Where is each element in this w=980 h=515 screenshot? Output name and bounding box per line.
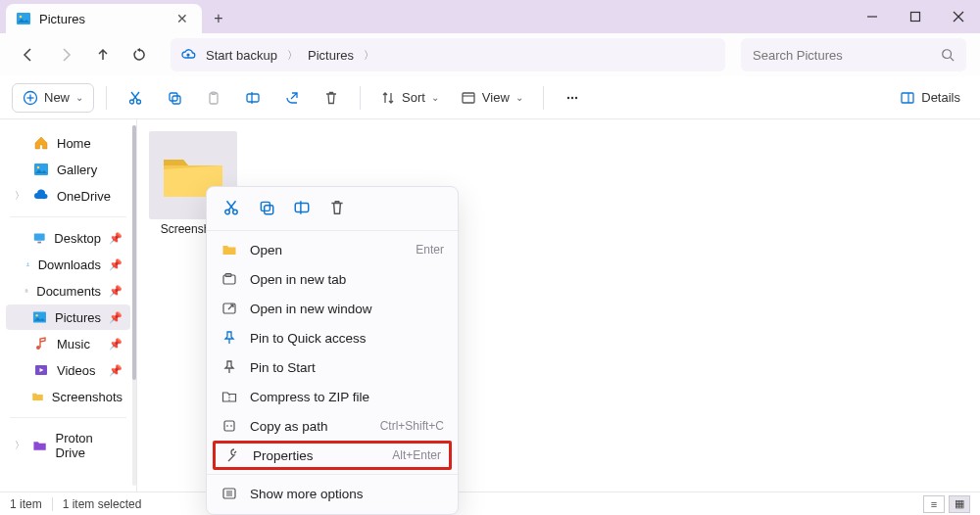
tab-pictures[interactable]: Pictures ✕ bbox=[6, 4, 202, 33]
ctx-open-new-tab[interactable]: Open in new tab bbox=[207, 264, 458, 294]
sidebar-item-screenshots[interactable]: Screenshots bbox=[6, 384, 130, 409]
up-button[interactable] bbox=[88, 40, 118, 70]
sidebar-scrollbar-thumb[interactable] bbox=[132, 125, 136, 380]
sort-label: Sort bbox=[402, 90, 425, 105]
chevron-down-icon: ⌄ bbox=[515, 92, 523, 103]
tabs: Pictures ✕ + bbox=[0, 0, 235, 33]
new-label: New bbox=[44, 90, 70, 105]
tab-close-icon[interactable]: ✕ bbox=[172, 9, 192, 28]
svg-point-30 bbox=[37, 166, 40, 169]
properties-icon bbox=[223, 447, 241, 463]
ctx-label: Properties bbox=[253, 448, 314, 463]
svg-point-6 bbox=[943, 50, 952, 59]
context-separator bbox=[207, 230, 458, 231]
delete-button[interactable] bbox=[315, 83, 348, 113]
ctx-pin-start[interactable]: Pin to Start bbox=[207, 352, 458, 382]
divider bbox=[106, 86, 107, 110]
pictures-icon bbox=[32, 309, 47, 325]
new-tab-button[interactable]: + bbox=[202, 4, 235, 33]
sidebar-item-music[interactable]: Music 📌 bbox=[6, 331, 130, 356]
context-separator bbox=[207, 474, 458, 475]
sidebar-item-gallery[interactable]: Gallery bbox=[6, 157, 130, 182]
backup-label[interactable]: Start backup bbox=[206, 48, 277, 63]
ctx-rename-button[interactable] bbox=[291, 197, 313, 218]
open-folder-icon bbox=[220, 242, 238, 258]
search-input[interactable]: Search Pictures bbox=[741, 38, 966, 71]
svg-point-1 bbox=[20, 16, 23, 19]
sidebar-item-desktop[interactable]: Desktop 📌 bbox=[6, 225, 130, 251]
breadcrumb-pictures[interactable]: Pictures bbox=[308, 48, 354, 63]
ctx-compress-zip[interactable]: Compress to ZIP file bbox=[207, 382, 458, 411]
more-button[interactable] bbox=[556, 83, 589, 113]
svg-rect-19 bbox=[247, 94, 259, 102]
sidebar-item-proton[interactable]: 〉 Proton Drive bbox=[6, 426, 130, 465]
ctx-open[interactable]: Open Enter bbox=[207, 235, 458, 264]
sidebar-item-onedrive[interactable]: 〉 OneDrive bbox=[6, 183, 130, 209]
sidebar-item-label: Desktop bbox=[54, 231, 101, 246]
sidebar-item-label: Pictures bbox=[55, 310, 101, 325]
sidebar-item-pictures[interactable]: Pictures 📌 bbox=[6, 304, 130, 330]
search-icon bbox=[941, 48, 955, 62]
minimize-button[interactable] bbox=[851, 0, 894, 33]
sidebar-item-home[interactable]: Home bbox=[6, 130, 130, 156]
sidebar-item-videos[interactable]: Videos 📌 bbox=[6, 357, 130, 383]
share-button[interactable] bbox=[275, 83, 309, 113]
ctx-copy-button[interactable] bbox=[256, 197, 277, 218]
details-view-toggle[interactable]: ≡ bbox=[923, 495, 945, 513]
refresh-button[interactable] bbox=[125, 40, 155, 70]
address-bar[interactable]: Start backup 〉 Pictures 〉 bbox=[171, 38, 725, 71]
ctx-cut-button[interactable] bbox=[220, 197, 242, 218]
svg-rect-16 bbox=[172, 96, 180, 104]
ctx-label: Compress to ZIP file bbox=[250, 390, 369, 404]
svg-rect-15 bbox=[170, 93, 177, 101]
svg-point-37 bbox=[36, 314, 38, 316]
copy-icon bbox=[167, 90, 182, 106]
ctx-properties[interactable]: Properties Alt+Enter bbox=[213, 441, 452, 470]
ctx-more-options[interactable]: Show more options bbox=[207, 479, 458, 508]
ctx-copy-path[interactable]: Copy as path Ctrl+Shift+C bbox=[207, 411, 458, 441]
ctx-delete-button[interactable] bbox=[326, 197, 348, 218]
view-label: View bbox=[482, 90, 510, 105]
sidebar: Home Gallery 〉 OneDrive Desktop 📌 Downlo… bbox=[0, 119, 137, 492]
context-menu-iconrow bbox=[207, 191, 458, 226]
paste-icon bbox=[206, 90, 221, 106]
icons-view-toggle[interactable]: ▦ bbox=[949, 495, 970, 513]
chevron-right-icon[interactable]: 〉 bbox=[14, 189, 25, 203]
trash-icon bbox=[323, 90, 339, 106]
svg-rect-45 bbox=[265, 206, 273, 214]
pin-icon: 📌 bbox=[109, 338, 122, 351]
sort-button[interactable]: Sort ⌄ bbox=[372, 83, 447, 113]
svg-rect-32 bbox=[37, 242, 41, 244]
rename-button[interactable] bbox=[236, 83, 270, 113]
details-pane-icon bbox=[900, 90, 915, 106]
share-icon bbox=[284, 90, 300, 106]
sidebar-item-documents[interactable]: Documents 📌 bbox=[6, 278, 130, 304]
status-selected: 1 item selected bbox=[63, 497, 142, 511]
close-button[interactable] bbox=[937, 0, 980, 33]
view-button[interactable]: View ⌄ bbox=[453, 83, 531, 113]
status-count: 1 item bbox=[10, 497, 42, 511]
paste-button[interactable] bbox=[197, 83, 230, 113]
sidebar-item-label: OneDrive bbox=[57, 189, 111, 204]
sidebar-item-label: Gallery bbox=[57, 163, 97, 177]
forward-button[interactable] bbox=[51, 40, 80, 70]
details-pane-button[interactable]: Details bbox=[892, 83, 968, 113]
cut-button[interactable] bbox=[119, 83, 152, 113]
svg-rect-27 bbox=[902, 93, 913, 103]
plus-circle-icon bbox=[23, 90, 38, 106]
ctx-pin-quick[interactable]: Pin to Quick access bbox=[207, 323, 458, 352]
ctx-open-new-window[interactable]: Open in new window bbox=[207, 294, 458, 323]
new-button[interactable]: New ⌄ bbox=[12, 83, 94, 113]
desktop-icon bbox=[32, 230, 46, 246]
more-options-icon bbox=[220, 486, 238, 501]
toolbar: New ⌄ Sort ⌄ View ⌄ Details bbox=[0, 76, 980, 119]
back-button[interactable] bbox=[14, 40, 43, 70]
maximize-button[interactable] bbox=[894, 0, 937, 33]
chevron-right-icon[interactable]: 〉 bbox=[14, 439, 24, 452]
chevron-right-icon: 〉 bbox=[287, 48, 298, 63]
sidebar-item-label: Documents bbox=[36, 284, 101, 299]
sidebar-item-downloads[interactable]: Downloads 📌 bbox=[6, 252, 130, 277]
copy-button[interactable] bbox=[158, 83, 191, 113]
chevron-right-icon[interactable]: 〉 bbox=[364, 48, 374, 63]
new-window-icon bbox=[220, 301, 238, 316]
